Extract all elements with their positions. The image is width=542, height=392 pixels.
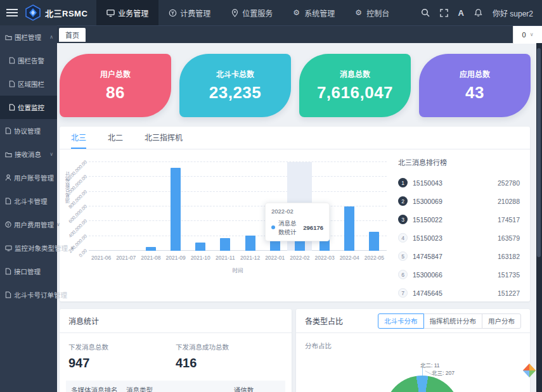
multimedia-table-header: 多媒体消息排名 消息类型 通信数 <box>66 381 285 392</box>
tab-beier[interactable]: 北二 <box>108 132 123 149</box>
panel-title: 消息统计 <box>68 315 99 326</box>
sidebar-item-label: 接口管理 <box>14 267 41 276</box>
stat-card-label: 消息总数 <box>340 68 370 79</box>
nav-menu-system[interactable]: ⚙ 系统管理 <box>283 0 345 25</box>
metric-label: 下发消息成功总数 <box>176 342 283 351</box>
bar-2021-10[interactable] <box>195 243 205 251</box>
gridline <box>89 206 387 206</box>
ranking-value: 174517 <box>498 216 520 224</box>
nav-menu-billing[interactable]: 计费管理 <box>158 0 221 25</box>
ranking-row[interactable]: 115150043252780 <box>398 174 520 192</box>
sidebar-item-monitor-object-type-mgmt[interactable]: 监控对象类型管理 ∨ <box>0 236 57 260</box>
ranking-title: 北三消息排行榜 <box>398 157 520 167</box>
gridline <box>89 250 387 251</box>
x-tick-label: 2021-06 <box>89 255 113 261</box>
stat-card-value: 23,235 <box>209 83 262 103</box>
beidou-card-dist-button[interactable]: 北斗卡分布 <box>378 313 424 329</box>
sidebar-item-location-monitor[interactable]: 位置监控 <box>0 96 57 119</box>
message-stats-panel: 消息统计 下发消息总数 947 下发消息成功总数 416 多媒体消息排名 消息类… <box>60 309 292 392</box>
tooltip-value: 296176 <box>303 224 323 231</box>
font-size-icon[interactable]: A <box>458 8 464 18</box>
document-icon <box>5 291 11 298</box>
x-tick-label: 2022-01 <box>262 255 287 261</box>
tab-beisan-command[interactable]: 北三指挥机 <box>145 132 183 149</box>
sidebar: 围栏管理 ∧ 围栏告警 区域围栏 位置监控 协议管理 接收消息 ∨ 用户账号管理… <box>0 25 57 392</box>
rank-badge: 6 <box>398 270 408 279</box>
location-pin-icon <box>231 9 239 17</box>
nav-menu-console[interactable]: ⚙ 控制台 <box>345 0 399 25</box>
hamburger-menu-icon[interactable] <box>6 9 18 16</box>
fullscreen-icon[interactable] <box>440 9 448 17</box>
stat-card-value: 7,616,047 <box>317 83 393 103</box>
gridline <box>89 191 387 192</box>
ranking-row[interactable]: 215300069210288 <box>398 192 520 210</box>
sidebar-item-user-account-mgmt[interactable]: 用户账号管理 <box>0 166 57 189</box>
chevron-down-icon: ∨ <box>530 32 534 37</box>
sidebar-item-interface-mgmt[interactable]: 接口管理 <box>0 260 57 283</box>
nav-menu-label: 计费管理 <box>180 8 210 18</box>
ranking-value: 151735 <box>498 271 520 279</box>
sidebar-item-beidou-card-mgmt[interactable]: 北斗卡管理 <box>0 189 57 213</box>
rank-badge: 3 <box>398 215 408 224</box>
sidebar-item-area-fence[interactable]: 区域围栏 <box>0 72 57 96</box>
ranking-value: 163182 <box>498 253 520 260</box>
gridline <box>89 161 387 162</box>
x-tick-label: 2022-02 <box>287 255 312 261</box>
y-tick-label: 0.00 <box>77 248 88 258</box>
tab-dropdown-value: 0 <box>522 31 526 39</box>
folder-icon <box>5 34 12 41</box>
command-machine-dist-button[interactable]: 指挥机统计分布 <box>423 313 483 329</box>
tab-beisan[interactable]: 北三 <box>71 132 86 149</box>
scrollbar-thumb[interactable] <box>537 48 541 257</box>
floating-widget-button[interactable] <box>522 362 536 379</box>
notification-bell-icon[interactable] <box>474 8 482 17</box>
chart-plot-area: 0.00200,000.00400,000.00600,000.00800,00… <box>89 162 387 251</box>
bar-2021-11[interactable] <box>220 238 230 251</box>
ranking-card-id: 15150022 <box>413 216 442 224</box>
bar-2022-05[interactable] <box>369 232 379 251</box>
stat-card-label: 应用总数 <box>460 68 490 79</box>
user-dist-button[interactable]: 用户分布 <box>482 313 521 329</box>
document-icon <box>9 80 15 87</box>
sidebar-item-protocol-mgmt[interactable]: 协议管理 <box>0 119 57 142</box>
pie-subtitle: 分布占比 <box>305 341 332 350</box>
search-icon[interactable] <box>421 8 430 17</box>
bar-chart: 消息总数统计 0.00200,000.00400,000.00600,000.0… <box>63 153 393 300</box>
nav-menu-business[interactable]: 业务管理 <box>96 0 158 25</box>
ranking-row[interactable]: 714745645151227 <box>398 284 520 302</box>
ranking-card-id: 15300066 <box>413 271 442 279</box>
sidebar-item-receive-message[interactable]: 接收消息 ∨ <box>0 142 57 166</box>
bar-2022-04[interactable] <box>344 206 354 251</box>
sidebar-item-user-fee-mgmt[interactable]: 用户费用管理 ∨ <box>0 213 57 236</box>
ranking-card-id: 15300069 <box>413 198 442 205</box>
rank-badge: 5 <box>398 251 408 261</box>
nav-menu-location[interactable]: 位置服务 <box>221 0 283 25</box>
document-icon <box>9 104 15 111</box>
sidebar-item-label: 接收消息 <box>15 149 41 159</box>
ranking-card-id: 15150043 <box>413 179 442 187</box>
bar-2021-12[interactable] <box>245 236 255 251</box>
ranking-row[interactable]: 315150022174517 <box>398 210 520 229</box>
nav-menu-label: 系统管理 <box>304 8 335 18</box>
bar-2021-09[interactable] <box>171 168 181 251</box>
sidebar-item-fence-alarm[interactable]: 围栏告警 <box>0 49 57 72</box>
document-icon <box>9 57 15 64</box>
x-tick-label: 2021-10 <box>188 255 213 261</box>
tab-home[interactable]: 首页 <box>59 28 86 42</box>
sidebar-item-beidou-card-order-mgmt[interactable]: 北斗卡号订单管理 <box>0 283 57 307</box>
monitor-icon <box>5 245 12 251</box>
sidebar-item-label: 区域围栏 <box>18 79 44 89</box>
nav-menu-label: 业务管理 <box>118 8 148 18</box>
coin-icon <box>5 221 11 228</box>
ranking-row[interactable]: 514745847163182 <box>398 247 520 265</box>
ranking-row[interactable]: 415150023163579 <box>398 229 520 247</box>
pie-chart <box>384 376 460 392</box>
stat-card-label: 北斗卡总数 <box>216 68 254 79</box>
user-greeting[interactable]: 你好 super2 <box>493 8 533 18</box>
ranking-row[interactable]: 615300066151735 <box>398 265 520 284</box>
bar-2021-08[interactable] <box>146 247 156 251</box>
sidebar-item-fence-mgmt[interactable]: 围栏管理 ∧ <box>0 25 57 49</box>
tab-options-dropdown[interactable]: 0 ∨ <box>513 26 542 44</box>
tooltip-series: 消息总数统计 <box>278 218 300 236</box>
x-tick-label: 2022-04 <box>337 255 362 261</box>
